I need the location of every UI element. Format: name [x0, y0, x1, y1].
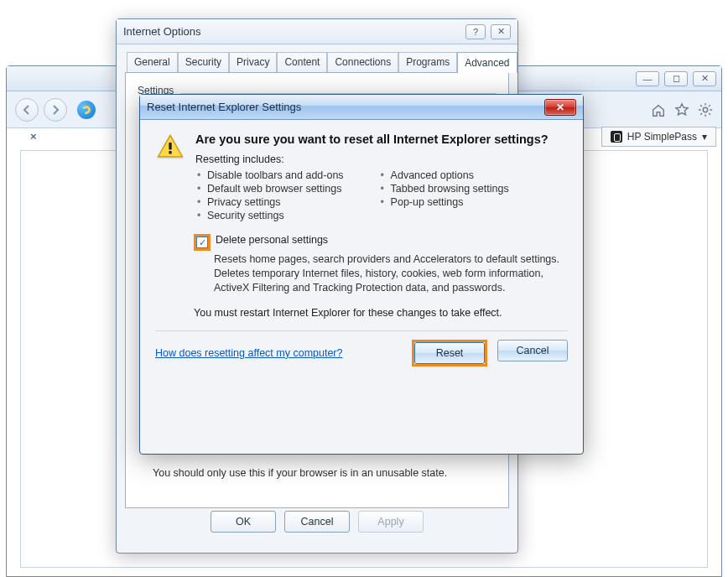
- reset-ie-settings-dialog: Reset Internet Explorer Settings ✕ Are y…: [139, 94, 584, 455]
- internet-options-titlebar[interactable]: Internet Options ? ✕: [117, 19, 517, 44]
- list-item: Disable toolbars and add-ons: [195, 169, 344, 182]
- ie-logo-icon: [77, 101, 96, 119]
- svg-point-0: [703, 107, 707, 112]
- tab-connections[interactable]: Connections: [327, 52, 398, 73]
- svg-rect-2: [169, 151, 171, 153]
- delete-personal-settings-checkbox[interactable]: ✓: [196, 237, 208, 248]
- tab-general[interactable]: General: [127, 52, 178, 73]
- internet-options-title: Internet Options: [123, 25, 201, 38]
- list-item: Security settings: [195, 209, 344, 222]
- delete-personal-settings-label[interactable]: Delete personal settings: [216, 234, 328, 246]
- how-does-reset-affect-link[interactable]: How does resetting affect my computer?: [155, 347, 343, 359]
- checkbox-highlight: ✓: [194, 234, 211, 251]
- reset-includes-left: Disable toolbars and add-ons Default web…: [195, 169, 344, 222]
- warning-icon: [155, 132, 185, 162]
- tab-close-button[interactable]: ×: [30, 130, 37, 143]
- back-button[interactable]: [15, 98, 39, 122]
- restart-note: You must restart Internet Explorer for t…: [194, 307, 568, 319]
- iopts-button-row: OK Cancel Apply: [125, 511, 509, 533]
- svg-rect-1: [169, 143, 171, 150]
- favorites-star-icon[interactable]: [674, 102, 689, 117]
- reset-heading: Are you sure you want to reset all Inter…: [195, 132, 568, 147]
- tab-security[interactable]: Security: [178, 52, 229, 73]
- maximize-button[interactable]: ◻: [664, 71, 688, 86]
- reset-dialog-title: Reset Internet Explorer Settings: [147, 101, 301, 113]
- tab-programs[interactable]: Programs: [398, 52, 457, 73]
- tab-privacy[interactable]: Privacy: [229, 52, 277, 73]
- hp-simplepass-toolbar[interactable]: HP SimplePass ▾: [601, 127, 716, 147]
- reset-cancel-button[interactable]: Cancel: [497, 340, 568, 361]
- close-reset-dialog-button[interactable]: ✕: [544, 99, 576, 116]
- dialog-separator: [155, 330, 568, 331]
- reset-includes-right: Advanced options Tabbed browsing setting…: [379, 169, 509, 222]
- reset-dialog-titlebar[interactable]: Reset Internet Explorer Settings ✕: [140, 95, 583, 120]
- cancel-button[interactable]: Cancel: [284, 511, 350, 533]
- arrow-right-icon: [50, 105, 60, 115]
- hp-simplepass-label: HP SimplePass: [627, 131, 697, 143]
- ok-button[interactable]: OK: [211, 511, 276, 533]
- tab-content[interactable]: Content: [277, 52, 327, 73]
- tab-advanced[interactable]: Advanced: [457, 52, 517, 73]
- close-window-button[interactable]: ✕: [693, 71, 716, 86]
- forward-button[interactable]: [44, 98, 67, 122]
- arrow-left-icon: [22, 105, 32, 115]
- list-item: Advanced options: [379, 169, 509, 182]
- list-item: Pop-up settings: [379, 195, 509, 209]
- delete-personal-settings-description: Resets home pages, search providers and …: [214, 252, 566, 295]
- list-item: Default web browser settings: [195, 182, 344, 195]
- reset-includes-label: Resetting includes:: [195, 153, 568, 165]
- help-button[interactable]: ?: [465, 24, 486, 39]
- unusable-state-note: You should only use this if your browser…: [153, 467, 447, 479]
- fingerprint-icon: [611, 131, 622, 143]
- dropdown-icon: ▾: [702, 131, 707, 143]
- list-item: Privacy settings: [195, 195, 344, 209]
- home-icon[interactable]: [651, 102, 666, 117]
- minimize-button[interactable]: ―: [636, 71, 659, 86]
- close-dialog-button[interactable]: ✕: [491, 24, 511, 39]
- iopts-tabs: General Security Privacy Content Connect…: [127, 51, 507, 72]
- reset-button[interactable]: Reset: [414, 342, 485, 364]
- reset-button-highlight: Reset: [412, 340, 487, 366]
- list-item: Tabbed browsing settings: [379, 182, 509, 195]
- apply-button: Apply: [358, 511, 424, 533]
- gear-icon[interactable]: [698, 102, 713, 117]
- toolbar-right-icons: [651, 102, 713, 117]
